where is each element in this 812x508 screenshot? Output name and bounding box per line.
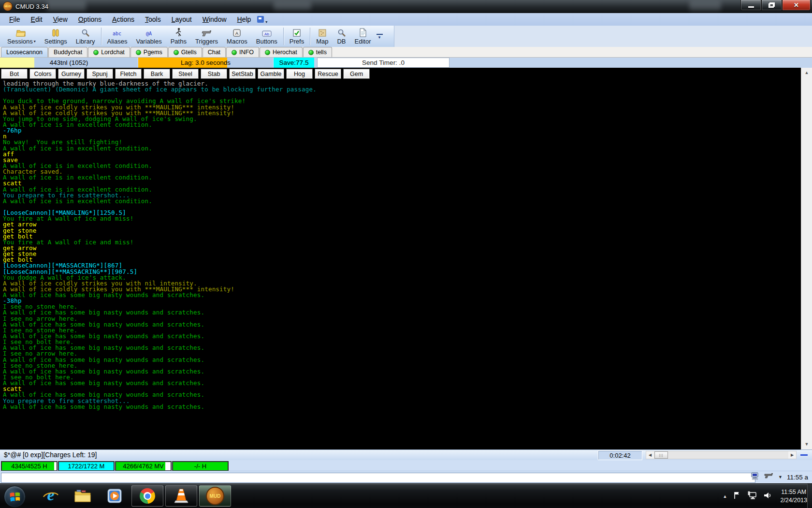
scroll-down-button[interactable]: ▼ xyxy=(801,440,812,448)
menu-window[interactable]: Window xyxy=(197,14,232,25)
toolbar-library-button[interactable]: Library xyxy=(72,26,100,47)
background-window-ghost xyxy=(274,1,311,10)
variables-at-icon: @A xyxy=(143,28,155,37)
macro-button-bot[interactable]: Bot xyxy=(1,69,28,79)
toolbar-paths-button[interactable]: Paths xyxy=(166,26,191,47)
menu-actions[interactable]: Actions xyxy=(107,14,140,25)
tab-lordchat[interactable]: Lordchat xyxy=(88,47,130,57)
tab-chat[interactable]: Chat xyxy=(203,47,226,57)
toolbar-macros-button[interactable]: AMacros xyxy=(222,26,252,47)
show-desktop-button[interactable] xyxy=(807,484,812,508)
tab-label: Lordchat xyxy=(101,49,125,56)
tab-buddychat[interactable]: Buddychat xyxy=(48,47,87,57)
tab-activity-dot-icon xyxy=(136,50,141,55)
scroll-right-button[interactable]: ▶ xyxy=(788,451,796,459)
menu-options[interactable]: Options xyxy=(73,14,107,25)
terminal-line: A wall of ice is in excellent condition. xyxy=(3,122,317,128)
macro-button-fletch[interactable]: Fletch xyxy=(115,69,142,79)
macro-button-gamble[interactable]: Gamble xyxy=(258,69,284,79)
background-window-ghost xyxy=(689,1,721,11)
map-parchment-icon xyxy=(318,28,327,37)
tray-action-center-flag-icon[interactable] xyxy=(733,491,741,502)
macro-button-stab[interactable]: Stab xyxy=(201,69,227,79)
toolbar-label: Triggers xyxy=(195,38,218,45)
menu-edit[interactable]: Edit xyxy=(26,14,48,25)
toolbar-aliases-button[interactable]: abcAliases xyxy=(103,26,132,47)
log-computer-icon[interactable] xyxy=(751,472,760,482)
toolbar-settings-button[interactable]: Settings xyxy=(40,26,72,47)
terminal-line: aff xyxy=(3,151,317,157)
minimize-button[interactable] xyxy=(740,0,761,11)
macros-key-icon: A xyxy=(232,28,241,37)
toolbar-db-button[interactable]: DB xyxy=(333,26,350,47)
tab-label: Gtells xyxy=(181,49,197,56)
menu-overflow-icon[interactable]: ▾ xyxy=(257,16,264,23)
toolbar: Sessions▾SettingsLibraryabcAliases@AVari… xyxy=(0,26,812,47)
toolbar-triggers-button[interactable]: Triggers xyxy=(191,26,222,47)
menu-layout[interactable]: Layout xyxy=(166,14,197,25)
horizontal-scrollbar[interactable]: ◀ ||| ▶ xyxy=(646,451,797,459)
menu-file[interactable]: File xyxy=(4,14,26,25)
sessions-dropdown-icon[interactable]: ▾ xyxy=(34,39,36,44)
macro-button-spunj[interactable]: Spunj xyxy=(87,69,113,79)
taskbar-media-player-icon[interactable] xyxy=(99,485,130,507)
background-window-ghost xyxy=(46,1,86,11)
macro-button-colors[interactable]: Colors xyxy=(29,69,56,79)
tab-herochat[interactable]: Herochat xyxy=(260,47,303,57)
toolbar-label: Paths xyxy=(171,38,187,45)
restore-button[interactable] xyxy=(761,0,782,11)
macro-button-bark[interactable]: Bark xyxy=(144,69,170,79)
start-button[interactable] xyxy=(4,486,26,508)
macro-button-rescue[interactable]: Rescue xyxy=(315,69,341,79)
taskbar-chrome-icon[interactable] xyxy=(131,485,163,507)
input-options-dropdown-icon[interactable]: ▼ xyxy=(778,475,783,479)
taskbar-internet-explorer-icon[interactable]: e xyxy=(35,485,67,507)
toolbar-label: Editor xyxy=(355,38,371,45)
taskbar-vlc-icon[interactable] xyxy=(165,485,197,507)
toolbar-variables-button[interactable]: @AVariables xyxy=(131,26,166,47)
taskbar-explorer-icon[interactable] xyxy=(67,485,99,507)
vertical-scrollbar[interactable]: ▲ ▼ xyxy=(801,68,812,449)
tab-activity-dot-icon xyxy=(93,50,99,55)
macro-button-gem[interactable]: Gem xyxy=(343,69,370,79)
toolbar-overflow-icon[interactable]: ▾ xyxy=(377,34,383,39)
menu-view[interactable]: View xyxy=(48,14,73,25)
macro-button-steel[interactable]: Steel xyxy=(172,69,199,79)
prompt-status-bar: $*@# [0 exp][Charges Left: 19] 0:02:42 ◀… xyxy=(0,449,812,460)
tab-loosecannon[interactable]: Loosecannon xyxy=(1,47,48,57)
tray-show-hidden-icons-icon[interactable]: ▲ xyxy=(723,494,727,499)
taskbar-cmud-icon[interactable]: MUD xyxy=(199,485,231,507)
toolbar-map-button[interactable]: Map xyxy=(312,26,333,47)
toolbar-sessions-button[interactable]: Sessions▾ xyxy=(3,26,40,47)
macro-button-hog[interactable]: Hog xyxy=(286,69,313,79)
db-search-icon xyxy=(337,28,346,37)
session-tab-bar: LoosecannonBuddychatLordchatPgemsGtellsC… xyxy=(0,47,812,58)
command-input[interactable] xyxy=(1,473,755,483)
tab-label: Pgems xyxy=(144,49,162,56)
scrollbar-thumb[interactable]: ||| xyxy=(654,451,668,459)
toolbar-editor-button[interactable]: Editor xyxy=(350,26,376,47)
tray-clock[interactable]: 11:55 AM 2/24/2013 xyxy=(780,488,807,505)
tab-pgems[interactable]: Pgems xyxy=(130,47,168,57)
terminal-line: A wall of ice has some big nasty wounds … xyxy=(3,380,317,386)
splitter-collapse-button[interactable] xyxy=(800,454,808,456)
vitals-gauge-label: 1722/1722 M xyxy=(59,462,114,470)
macro-button-setstab[interactable]: SetStab xyxy=(229,69,256,79)
tab-info[interactable]: INFO xyxy=(226,47,259,57)
scroll-up-button[interactable]: ▲ xyxy=(801,69,812,77)
terminal-line: get arrow xyxy=(3,222,317,227)
menu-help[interactable]: Help xyxy=(232,14,257,25)
toolbar-prefs-button[interactable]: Prefs xyxy=(285,26,308,47)
tab-tells[interactable]: tells xyxy=(303,47,332,57)
tray-volume-icon[interactable] xyxy=(763,491,772,502)
close-button[interactable]: ✕ xyxy=(782,0,811,11)
tab-gtells[interactable]: Gtells xyxy=(168,47,202,57)
mud-output-window[interactable]: BotColorsGurneySpunjFletchBarkSteelStabS… xyxy=(0,68,812,449)
toolbar-buttons-button[interactable]: AbButtons xyxy=(252,26,282,47)
trigger-gun-icon[interactable] xyxy=(764,473,774,481)
macro-button-gurney[interactable]: Gurney xyxy=(58,69,85,79)
scroll-left-button[interactable]: ◀ xyxy=(646,451,654,459)
terminal-line: A wall of ice is in excellent condition. xyxy=(3,198,317,204)
tray-network-icon[interactable] xyxy=(747,491,757,502)
menu-tools[interactable]: Tools xyxy=(140,14,166,25)
